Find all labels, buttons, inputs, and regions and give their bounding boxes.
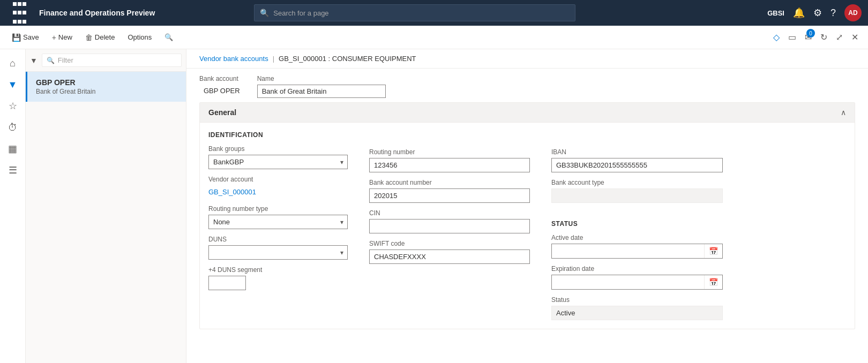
status-label: Status: [551, 296, 723, 304]
swift-code-field: SWIFT code: [369, 240, 530, 264]
help-icon[interactable]: ?: [830, 7, 836, 19]
iban-status-column: IBAN Bank account type STATUS Active dat…: [551, 131, 723, 320]
bank-account-value: GBP OPER: [199, 85, 244, 97]
delete-button[interactable]: 🗑 Delete: [80, 30, 121, 45]
bank-account-number-input[interactable]: [369, 188, 530, 203]
section-body: IDENTIFICATION Bank groups BankGBP ▾: [200, 123, 855, 329]
duns-field: DUNS ▾: [208, 236, 348, 260]
waffle-menu[interactable]: [6, 0, 33, 26]
bank-account-label: Bank account: [199, 75, 244, 82]
expiration-date-field: Expiration date 📅: [551, 265, 723, 290]
sidebar-item-recent[interactable]: ⏱: [3, 118, 23, 137]
delete-icon: 🗑: [85, 33, 93, 42]
vendor-account-link[interactable]: GB_SI_000001: [208, 185, 348, 199]
cin-field: CIN: [369, 209, 530, 233]
top-navigation: Finance and Operations Preview 🔍 GBSI 🔔 …: [0, 0, 868, 26]
sidebar-item-filter[interactable]: ▼: [3, 75, 23, 94]
active-date-label: Active date: [551, 234, 723, 241]
user-avatar[interactable]: AD: [844, 4, 862, 21]
search-list-icon: 🔍: [164, 33, 173, 41]
duns-select-wrapper: ▾: [208, 245, 348, 260]
filter-search-icon: 🔍: [47, 57, 55, 64]
filter-input[interactable]: [58, 56, 177, 64]
status-section-label: STATUS: [551, 220, 723, 228]
tenant-label: GBSI: [767, 9, 784, 17]
vendor-account-label: Vendor account: [208, 176, 348, 183]
settings-icon[interactable]: ⚙: [813, 7, 822, 19]
routing-column: Routing number Bank account number CIN: [369, 131, 530, 320]
expiration-date-input-wrapper: 📅: [551, 275, 723, 290]
swift-code-input[interactable]: [369, 249, 530, 264]
save-button[interactable]: 💾 Save: [6, 30, 44, 45]
duns-segment-field: +4 DUNS segment: [208, 266, 348, 290]
active-date-calendar-icon[interactable]: 📅: [704, 244, 722, 258]
bank-account-number-field: Bank account number: [369, 179, 530, 203]
sidebar-icons: ⌂ ▼ ☆ ⏱ ▦ ☰: [0, 49, 26, 363]
bank-groups-select[interactable]: BankGBP: [208, 155, 348, 169]
duns-select[interactable]: [208, 245, 348, 260]
new-button[interactable]: + New: [47, 30, 78, 45]
expiration-date-calendar-icon[interactable]: 📅: [704, 275, 722, 289]
search-input[interactable]: [273, 9, 570, 17]
routing-number-type-wrapper: None ABA SWIFT ▾: [208, 215, 348, 229]
routing-number-type-label: Routing number type: [208, 205, 348, 213]
breadcrumb-separator: |: [273, 55, 274, 63]
new-icon: +: [52, 33, 56, 42]
duns-segment-input[interactable]: [208, 276, 246, 290]
filter-icon[interactable]: ▼: [30, 56, 38, 65]
notifications-badge-button[interactable]: ✉ 0: [802, 29, 815, 46]
popout-button[interactable]: ⤢: [833, 29, 846, 46]
list-item-title: GBP OPER: [36, 78, 177, 87]
bank-account-type-label: Bank account type: [551, 179, 723, 186]
routing-number-input[interactable]: [369, 158, 530, 172]
list-item[interactable]: GBP OPER Bank of Great Britain: [26, 72, 186, 102]
list-panel: ▼ 🔍 GBP OPER Bank of Great Britain: [26, 49, 186, 363]
bank-groups-label: Bank groups: [208, 145, 348, 153]
sidebar-item-workspace[interactable]: ▦: [3, 139, 23, 158]
sidebar-item-home[interactable]: ⌂: [3, 54, 23, 73]
active-date-field: Active date 📅: [551, 234, 723, 259]
bank-account-field-group: Bank account GBP OPER: [199, 75, 244, 97]
save-icon: 💾: [12, 33, 21, 42]
iban-input[interactable]: [551, 158, 723, 172]
list-item-subtitle: Bank of Great Britain: [36, 88, 177, 95]
cin-input[interactable]: [369, 219, 530, 233]
routing-number-type-select[interactable]: None ABA SWIFT: [208, 215, 348, 229]
diamond-icon-button[interactable]: ◇: [770, 29, 783, 46]
expiration-date-label: Expiration date: [551, 265, 723, 273]
routing-number-field: Routing number: [369, 148, 530, 172]
filter-input-wrapper: 🔍: [42, 54, 182, 67]
bank-groups-field: Bank groups BankGBP ▾: [208, 145, 348, 169]
notification-badge: 0: [806, 29, 815, 37]
section-header-general[interactable]: General ∧: [200, 103, 855, 123]
notification-icon[interactable]: 🔔: [793, 7, 805, 19]
search-bar[interactable]: 🔍: [254, 4, 575, 21]
panel-icon-button[interactable]: ▭: [785, 29, 799, 46]
name-label: Name: [257, 75, 386, 82]
bank-account-number-label: Bank account number: [369, 179, 530, 186]
close-button[interactable]: ✕: [848, 29, 862, 46]
breadcrumb-link[interactable]: Vendor bank accounts: [199, 55, 268, 63]
name-input[interactable]: [257, 85, 386, 98]
routing-number-type-field: Routing number type None ABA SWIFT ▾: [208, 205, 348, 229]
refresh-button[interactable]: ↻: [817, 29, 830, 46]
breadcrumb: Vendor bank accounts | GB_SI_000001 : CO…: [186, 49, 868, 69]
command-bar-right: ◇ ▭ ✉ 0 ↻ ⤢ ✕: [770, 29, 862, 46]
detail-panel: Vendor bank accounts | GB_SI_000001 : CO…: [186, 49, 868, 363]
options-button[interactable]: Options: [122, 30, 157, 44]
name-field-group: Name: [257, 75, 386, 98]
command-bar: 💾 Save + New 🗑 Delete Options 🔍 ◇ ▭ ✉ 0 …: [0, 26, 868, 49]
duns-label: DUNS: [208, 236, 348, 243]
section-title-general: General: [208, 108, 236, 117]
active-date-input[interactable]: [552, 245, 704, 258]
iban-label: IBAN: [551, 148, 723, 156]
status-value: Active: [551, 306, 723, 320]
sidebar-item-favorites[interactable]: ☆: [3, 96, 23, 116]
search-list-button[interactable]: 🔍: [159, 30, 178, 44]
iban-field: IBAN: [551, 148, 723, 172]
expiration-date-input[interactable]: [552, 276, 704, 289]
bank-account-type-field: Bank account type: [551, 179, 723, 203]
sidebar-item-modules[interactable]: ☰: [3, 161, 23, 180]
routing-number-label: Routing number: [369, 148, 530, 156]
record-header: Bank account GBP OPER Name: [186, 69, 868, 102]
